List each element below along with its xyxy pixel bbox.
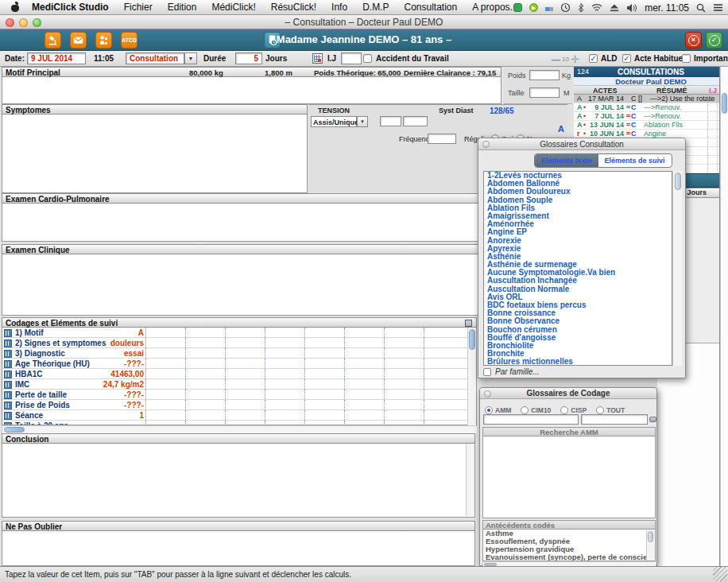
consultation-row[interactable]: A•13 JUN 14=CAblation Fils [574, 121, 719, 130]
spotlight-search-icon[interactable] [696, 3, 706, 13]
codages-vscrollbar[interactable] [467, 328, 476, 425]
col-actes[interactable]: ACTES [593, 87, 618, 95]
consultation-type-select[interactable]: Consultation [126, 52, 184, 64]
codage-row[interactable]: 1) MotifA [2, 328, 476, 338]
menu-fichier[interactable]: Fichier [124, 2, 153, 13]
antecedent-evanouissement-syncope-perte-de-conscience[interactable]: Evanouissement (syncope), perte de consc… [483, 553, 655, 561]
conclusion-textarea[interactable] [2, 444, 475, 518]
validate-consultation-button[interactable]: ✓ [706, 32, 722, 48]
antecedents-list[interactable]: AsthmeEssouflement, dyspnéeHypertension … [482, 530, 656, 561]
important-checkbox[interactable] [682, 54, 691, 63]
codages-hscrollbar[interactable] [2, 425, 477, 433]
diast-field[interactable] [403, 116, 428, 126]
codage-search-field2[interactable] [581, 414, 648, 425]
codage-row[interactable]: Séance1 [2, 410, 476, 421]
stepper-minus-icon[interactable]: — [552, 55, 560, 64]
codages-table[interactable]: 1) MotifA2) Signes et symptomesdouleurs3… [2, 328, 477, 425]
antecedents-scrollbar[interactable] [646, 530, 655, 561]
glossaires-consultation-titlebar[interactable]: Glossaires Consultation [478, 138, 685, 150]
glossaire-item-br-lures-mictionnelles[interactable]: Brûlures mictionnelles [484, 358, 672, 366]
main-vscroll-thumb[interactable] [722, 93, 727, 114]
eject-icon[interactable] [610, 3, 619, 12]
tension-position-select[interactable]: Assis/Unique [311, 116, 357, 127]
radio-cisp[interactable] [560, 406, 568, 414]
codage-row-value[interactable]: 41463,00 [50, 370, 144, 378]
codage-row[interactable]: 2) Signes et symptomesdouleurs [2, 338, 476, 348]
bluetooth-icon[interactable] [578, 2, 584, 13]
codage-row[interactable]: Perte de taille-???- [2, 390, 476, 400]
consultation-type-arrow-icon[interactable]: ▼ [184, 52, 197, 64]
codages-hscroll-thumb[interactable] [4, 427, 25, 433]
codage-row-value[interactable]: douleurs [50, 339, 144, 347]
symptomes-textarea[interactable] [2, 114, 308, 193]
menu-edition[interactable]: Edition [168, 2, 197, 13]
volume-icon[interactable] [626, 3, 637, 13]
cardio-textarea[interactable] [2, 204, 501, 242]
codage-search-field1[interactable] [483, 414, 579, 425]
codage-minus-button[interactable] [649, 417, 656, 422]
codage-row-value[interactable]: -???- [50, 390, 144, 399]
antecedents-scroll-thumb[interactable] [648, 531, 653, 542]
codage-row-value[interactable]: -???- [50, 359, 144, 368]
ij-field[interactable] [341, 52, 362, 64]
consultation-row[interactable]: A17 MAR 14C []—>2) Use the rotate [574, 95, 719, 103]
date-field[interactable] [27, 52, 86, 64]
play-tray-icon[interactable]: ▶ [529, 3, 538, 12]
menu-a-propos[interactable]: A propos... [472, 2, 517, 13]
codage-row-value[interactable]: 24,7 kg/m2 [50, 380, 144, 389]
consultation-row[interactable]: A•7 JUL 14=C—>Renouv. [574, 112, 719, 121]
glossaire-item-list[interactable]: 1-2Levés nocturnesAbdomen BallonnéAbdome… [483, 171, 672, 366]
codage-row-value[interactable]: essai [50, 349, 144, 358]
font-size-stepper[interactable]: — 10 ✛ [552, 53, 579, 65]
glossaire-scroll-thumb[interactable] [675, 173, 681, 190]
glossaires-codage-titlebar[interactable]: Glossaires de Codage [480, 388, 656, 399]
ald-checkbox[interactable]: ✓ [589, 54, 598, 63]
radio-cim10[interactable] [521, 406, 529, 414]
menu-mediclick-studio[interactable]: MediClick Studio [32, 2, 109, 13]
radio-amm[interactable] [485, 406, 493, 414]
poids-field[interactable] [529, 70, 560, 80]
codage-row-value[interactable]: -???- [50, 401, 144, 409]
nepasoublier-textarea[interactable] [2, 531, 475, 566]
codage-row[interactable]: Age Théorique (HU)-???- [2, 359, 476, 369]
table-grid-icon[interactable] [465, 320, 472, 327]
radio-tout[interactable] [596, 406, 604, 414]
notification-center-icon[interactable] [713, 3, 723, 12]
clinique-textarea[interactable] [2, 254, 501, 316]
syst-field[interactable] [380, 116, 401, 126]
menu-consultation[interactable]: Consultation [404, 2, 457, 13]
cancel-consultation-button[interactable]: × [685, 32, 702, 48]
stepper-plus-icon[interactable]: ✛ [571, 53, 579, 65]
main-vscrollbar[interactable] [720, 67, 728, 566]
tension-position-arrow-icon[interactable]: ▼ [357, 116, 368, 127]
menubar-clock[interactable]: mer. 11:05 [645, 2, 689, 14]
col-resume[interactable]: RÉSUMÉ [656, 87, 687, 95]
resize-grip[interactable] [713, 567, 727, 581]
menu-info[interactable]: Info [331, 2, 347, 13]
tab-elements-texte[interactable]: Eléments texte [535, 154, 598, 167]
col-ij[interactable]: I.J [709, 87, 717, 95]
displays-tray-icon[interactable] [545, 2, 553, 14]
motif-principal-textarea[interactable] [2, 77, 501, 104]
menu-d-m-p[interactable]: D.M.P [362, 2, 389, 13]
glossaire-item-angine-ep[interactable]: Angine EP [484, 228, 672, 236]
codage-row-value[interactable]: A [50, 328, 144, 337]
taille-field[interactable] [529, 87, 560, 98]
frequence-field[interactable] [428, 134, 456, 144]
codage-close-button[interactable] [484, 390, 491, 398]
glossaire-scrollbar[interactable] [672, 171, 682, 366]
conclusion-scrollbar[interactable] [466, 444, 474, 516]
consultation-row[interactable]: A•9 JUL 14=C—>Renouv. [574, 103, 719, 112]
acte-habituel-checkbox[interactable]: ✓ [622, 54, 631, 63]
time-machine-icon[interactable] [560, 2, 571, 13]
codage-row[interactable]: IMC24,7 kg/m2 [2, 379, 476, 390]
codage-row-value[interactable]: 1 [50, 411, 144, 420]
tab-elements-suivi[interactable]: Eléments de suivi [598, 154, 672, 167]
wifi-icon[interactable] [591, 3, 602, 12]
palette-close-button[interactable] [482, 141, 490, 148]
codage-row[interactable]: HBA1C41463,00 [2, 369, 476, 379]
recherche-amm-list[interactable] [482, 436, 656, 518]
apple-menu-icon[interactable] [10, 2, 21, 13]
menu-m-diclick[interactable]: MédiClick! [211, 2, 255, 13]
ij-calendar-icon[interactable] [312, 53, 323, 64]
